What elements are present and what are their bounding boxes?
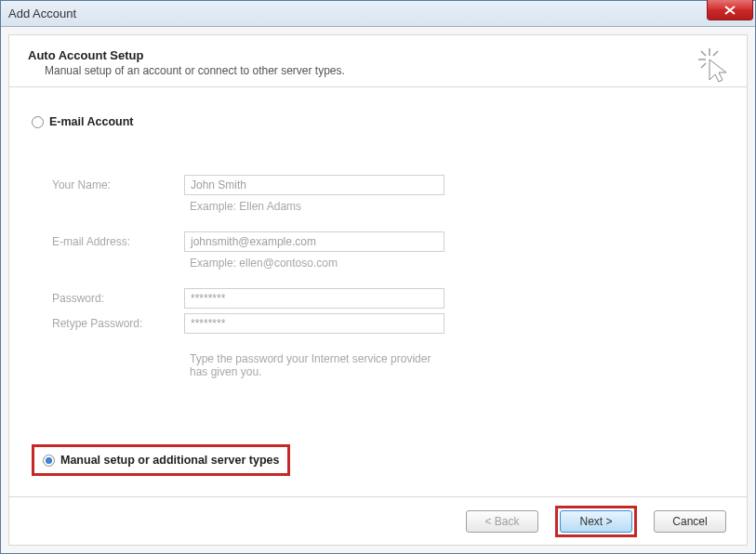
- title-bar: Add Account: [1, 1, 755, 27]
- add-account-window: Add Account Auto Account Setup Manual se…: [0, 0, 756, 554]
- content-wrap: Auto Account Setup Manual setup of an ac…: [1, 27, 755, 553]
- cancel-button[interactable]: Cancel: [654, 510, 726, 533]
- email-label: E-mail Address:: [52, 235, 173, 248]
- svg-line-2: [701, 51, 706, 56]
- svg-line-3: [713, 51, 718, 56]
- retype-password-input[interactable]: ********: [184, 313, 444, 334]
- email-account-option[interactable]: E-mail Account: [32, 115, 724, 128]
- next-button[interactable]: Next >: [560, 510, 632, 533]
- close-button[interactable]: [707, 0, 753, 20]
- manual-setup-radio[interactable]: [43, 455, 55, 467]
- password-hint: Type the password your Internet service …: [184, 352, 444, 378]
- next-highlight: Next >: [555, 506, 637, 537]
- email-account-radio[interactable]: [32, 116, 44, 128]
- main-panel: Auto Account Setup Manual setup of an ac…: [8, 34, 748, 546]
- password-label: Password:: [52, 292, 173, 305]
- header-subtitle: Manual setup of an account or connect to…: [45, 64, 728, 77]
- email-input[interactable]: johnsmith@example.com: [184, 231, 444, 252]
- your-name-example: Example: Ellen Adams: [184, 200, 444, 213]
- footer-bar: < Back Next > Cancel: [9, 496, 747, 545]
- svg-line-4: [701, 63, 706, 68]
- email-account-label: E-mail Account: [49, 115, 134, 128]
- sparkle-cursor-icon: [696, 46, 730, 84]
- back-button[interactable]: < Back: [466, 510, 538, 533]
- retype-password-label: Retype Password:: [52, 317, 173, 330]
- manual-setup-label: Manual setup or additional server types: [60, 454, 279, 467]
- header-title: Auto Account Setup: [28, 48, 728, 62]
- account-form: Your Name: John Smith Example: Ellen Ada…: [52, 175, 724, 378]
- manual-setup-option[interactable]: Manual setup or additional server types: [32, 444, 290, 476]
- body-area: E-mail Account Your Name: John Smith Exa…: [9, 87, 747, 485]
- your-name-label: Your Name:: [52, 178, 173, 191]
- close-icon: [724, 6, 736, 15]
- your-name-input[interactable]: John Smith: [184, 175, 444, 195]
- panel-header: Auto Account Setup Manual setup of an ac…: [9, 35, 747, 87]
- password-input[interactable]: ********: [184, 288, 444, 309]
- email-example: Example: ellen@contoso.com: [184, 257, 444, 270]
- window-title: Add Account: [8, 7, 76, 20]
